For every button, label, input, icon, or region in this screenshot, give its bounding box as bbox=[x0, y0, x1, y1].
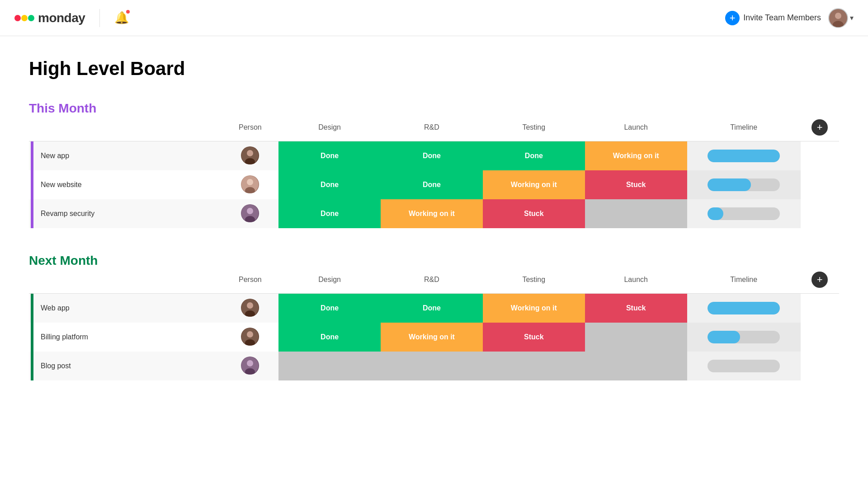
status-cell[interactable]: Done bbox=[278, 199, 381, 228]
timeline-track bbox=[708, 150, 780, 162]
timeline-cell bbox=[687, 170, 801, 199]
status-label: Stuck bbox=[483, 199, 585, 228]
row-name-label: New website bbox=[33, 181, 82, 189]
col-header-design-this-month: Design bbox=[278, 116, 381, 141]
timeline-track bbox=[708, 207, 780, 220]
status-cell[interactable]: Stuck bbox=[585, 294, 687, 323]
user-avatar-button[interactable]: ▾ bbox=[828, 8, 854, 28]
status-cell[interactable]: Working on it bbox=[483, 294, 585, 323]
status-cell[interactable] bbox=[585, 199, 687, 228]
status-label: Working on it bbox=[483, 170, 585, 199]
sections-container: This MonthPersonDesignR&DTestingLaunchTi… bbox=[29, 101, 839, 380]
status-cell[interactable]: Done bbox=[483, 141, 585, 170]
person-cell[interactable] bbox=[222, 323, 278, 352]
row-add-cell bbox=[801, 352, 839, 380]
svg-point-7 bbox=[247, 150, 253, 156]
notification-badge bbox=[125, 9, 131, 14]
avatar bbox=[241, 175, 259, 193]
person-cell[interactable] bbox=[222, 352, 278, 380]
page-title: High Level Board bbox=[29, 58, 839, 80]
status-cell[interactable] bbox=[585, 352, 687, 380]
monday-logo-svg bbox=[14, 12, 34, 24]
status-cell[interactable]: Working on it bbox=[381, 199, 483, 228]
table-row: Billing platformDoneWorking on itStuck bbox=[29, 323, 839, 352]
col-header-name-next-month bbox=[29, 268, 222, 294]
status-label: Stuck bbox=[483, 323, 585, 352]
row-add-cell bbox=[801, 199, 839, 228]
status-cell[interactable]: Done bbox=[278, 141, 381, 170]
svg-point-16 bbox=[247, 302, 253, 309]
col-header-design-next-month: Design bbox=[278, 268, 381, 294]
status-cell[interactable]: Working on it bbox=[585, 141, 687, 170]
invite-label: Invite Team Members bbox=[743, 13, 821, 23]
status-cell[interactable]: Done bbox=[381, 141, 483, 170]
row-add-cell bbox=[801, 294, 839, 323]
status-cell[interactable]: Working on it bbox=[381, 323, 483, 352]
status-cell[interactable] bbox=[483, 352, 585, 380]
table-row: Blog post bbox=[29, 352, 839, 380]
status-cell[interactable]: Done bbox=[278, 323, 381, 352]
app-header: monday 🔔 + Invite Team Members ▾ bbox=[0, 0, 868, 36]
col-header-launch-next-month: Launch bbox=[585, 268, 687, 294]
row-name-label: Web app bbox=[33, 304, 70, 312]
status-cell[interactable]: Stuck bbox=[483, 323, 585, 352]
add-column-button-this-month[interactable]: + bbox=[811, 119, 828, 136]
header-left: monday 🔔 bbox=[14, 9, 129, 27]
col-header-name-this-month bbox=[29, 116, 222, 141]
invite-plus-icon: + bbox=[725, 11, 740, 25]
row-name-cell: New website bbox=[29, 170, 222, 199]
col-header-rd-next-month: R&D bbox=[381, 268, 483, 294]
status-cell[interactable]: Done bbox=[381, 294, 483, 323]
status-cell[interactable]: Done bbox=[381, 170, 483, 199]
section-title-this-month: This Month bbox=[29, 101, 96, 116]
header-divider bbox=[99, 9, 100, 27]
col-header-testing-this-month: Testing bbox=[483, 116, 585, 141]
status-cell[interactable] bbox=[278, 352, 381, 380]
status-label: Done bbox=[381, 294, 483, 323]
status-label: Done bbox=[278, 141, 381, 170]
avatar bbox=[241, 299, 259, 317]
timeline-track bbox=[708, 302, 780, 314]
person-cell[interactable] bbox=[222, 294, 278, 323]
chevron-down-icon: ▾ bbox=[850, 14, 854, 22]
row-name-label: New app bbox=[33, 152, 69, 160]
status-cell[interactable]: Done bbox=[278, 294, 381, 323]
status-cell[interactable] bbox=[585, 323, 687, 352]
timeline-track bbox=[708, 178, 780, 191]
timeline-track bbox=[708, 331, 780, 343]
row-name-label: Blog post bbox=[33, 362, 71, 370]
status-cell[interactable] bbox=[381, 352, 483, 380]
col-header-rd-this-month: R&D bbox=[381, 116, 483, 141]
svg-point-2 bbox=[28, 15, 34, 21]
status-cell[interactable]: Done bbox=[278, 170, 381, 199]
avatar bbox=[241, 328, 259, 346]
timeline-cell bbox=[687, 352, 801, 380]
person-cell[interactable] bbox=[222, 141, 278, 170]
person-cell[interactable] bbox=[222, 199, 278, 228]
header-right: + Invite Team Members ▾ bbox=[725, 8, 854, 28]
status-label: Done bbox=[278, 170, 381, 199]
bell-button[interactable]: 🔔 bbox=[114, 11, 129, 25]
status-label: Done bbox=[483, 141, 585, 170]
status-label: Done bbox=[278, 294, 381, 323]
status-label bbox=[585, 352, 687, 380]
avatar bbox=[241, 357, 259, 375]
row-name-cell: Revamp security bbox=[29, 199, 222, 228]
table-row: Web appDoneDoneWorking on itStuck bbox=[29, 294, 839, 323]
person-cell[interactable] bbox=[222, 170, 278, 199]
col-header-timeline-this-month: Timeline bbox=[687, 116, 801, 141]
row-add-cell bbox=[801, 323, 839, 352]
svg-point-0 bbox=[14, 15, 21, 21]
section-this-month: This MonthPersonDesignR&DTestingLaunchTi… bbox=[29, 101, 839, 228]
status-label: Stuck bbox=[585, 294, 687, 323]
status-cell[interactable]: Stuck bbox=[585, 170, 687, 199]
status-cell[interactable]: Working on it bbox=[483, 170, 585, 199]
avatar bbox=[241, 204, 259, 222]
status-label bbox=[278, 352, 381, 380]
svg-point-19 bbox=[247, 331, 253, 338]
invite-team-button[interactable]: + Invite Team Members bbox=[725, 11, 821, 25]
row-name-label: Revamp security bbox=[33, 210, 94, 218]
main-content: High Level Board This MonthPersonDesignR… bbox=[0, 36, 868, 427]
add-column-button-next-month[interactable]: + bbox=[811, 272, 828, 288]
status-cell[interactable]: Stuck bbox=[483, 199, 585, 228]
